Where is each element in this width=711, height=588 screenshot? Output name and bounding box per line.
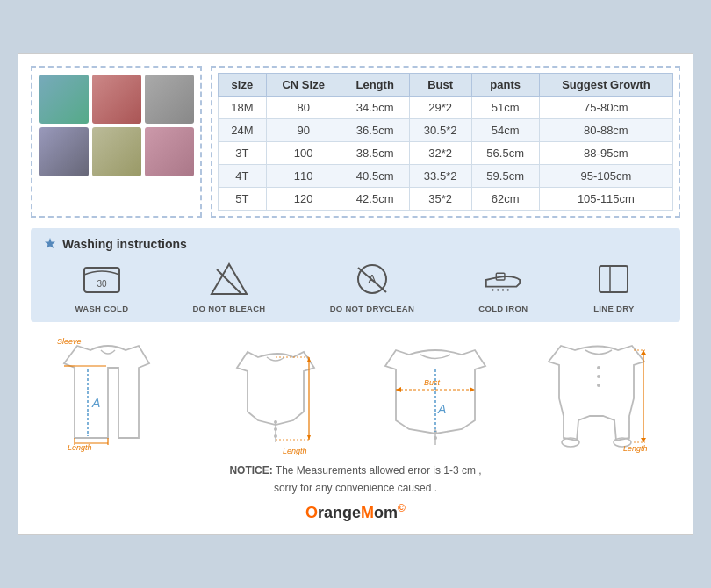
table-cell: 56.5cm bbox=[471, 142, 539, 165]
wash-cold-icon: 30 bbox=[80, 260, 124, 298]
notice-label: NOTICE: bbox=[229, 464, 272, 477]
cold-iron-icon bbox=[481, 260, 525, 298]
product-image-4 bbox=[40, 127, 89, 176]
svg-marker-3 bbox=[212, 264, 247, 294]
table-header-cell: Length bbox=[341, 74, 409, 97]
table-cell: 35*2 bbox=[409, 188, 471, 211]
svg-marker-33 bbox=[307, 435, 311, 440]
brand-orange: O bbox=[305, 504, 318, 521]
table-row: 18M8034.5cm29*251cm75-80cm bbox=[219, 97, 673, 119]
table-cell: 88-95cm bbox=[539, 142, 672, 165]
product-image-2 bbox=[92, 75, 141, 124]
svg-point-26 bbox=[274, 427, 277, 431]
notice-body2: sorry for any convenience caused . bbox=[274, 482, 437, 494]
diagrams-row: A Sleeve Length bbox=[31, 333, 680, 455]
product-images bbox=[31, 66, 202, 218]
svg-point-36 bbox=[434, 436, 437, 440]
table-header-cell: size bbox=[219, 74, 267, 97]
brand-mom: M bbox=[361, 504, 374, 521]
table-cell: 30.5*2 bbox=[409, 119, 471, 142]
washing-section: Washing instructions 30 WASH COLD bbox=[31, 228, 680, 322]
svg-text:Bust: Bust bbox=[424, 378, 441, 387]
top-section: sizeCN SizeLengthBustpantsSuggest Growth… bbox=[31, 66, 680, 218]
product-image-1 bbox=[40, 75, 89, 124]
washing-title: Washing instructions bbox=[43, 237, 668, 251]
svg-point-45 bbox=[597, 384, 600, 387]
wash-cold-label: WASH COLD bbox=[75, 304, 129, 313]
product-image-5 bbox=[92, 127, 141, 176]
svg-text:30: 30 bbox=[97, 279, 107, 289]
washing-title-text: Washing instructions bbox=[62, 237, 187, 251]
table-header-cell: Bust bbox=[409, 74, 471, 97]
washing-icons-row: 30 WASH COLD DO NOT BLEACH bbox=[43, 260, 668, 313]
diagram-footed-romper: Length bbox=[542, 337, 656, 455]
line-dry-icon bbox=[592, 260, 636, 298]
main-card: sizeCN SizeLengthBustpantsSuggest Growth… bbox=[18, 53, 693, 534]
diagram-wrapper-1: A Sleeve Length bbox=[55, 333, 183, 455]
svg-text:Sleeve: Sleeve bbox=[57, 337, 82, 346]
table-cell: 51cm bbox=[471, 97, 539, 119]
svg-point-10 bbox=[497, 290, 499, 291]
line-dry-label: LINE DRY bbox=[593, 304, 634, 313]
table-cell: 38.5cm bbox=[341, 142, 409, 165]
table-cell: 40.5cm bbox=[341, 165, 409, 188]
svg-rect-13 bbox=[600, 266, 628, 292]
svg-point-43 bbox=[597, 366, 600, 369]
no-dryclean-label: DO NOT DRYCLEAN bbox=[330, 304, 415, 313]
table-cell: 42.5cm bbox=[341, 188, 409, 211]
table-cell: 120 bbox=[266, 188, 341, 211]
svg-text:Length: Length bbox=[283, 447, 307, 455]
brand-mom-rest: om bbox=[374, 504, 398, 521]
table-row: 3T10038.5cm32*256.5cm88-95cm bbox=[219, 142, 673, 165]
footed-romper-svg: Length bbox=[542, 337, 656, 455]
measurement-section: A Sleeve Length bbox=[31, 333, 680, 521]
cold-iron-label: COLD IRON bbox=[478, 304, 528, 313]
no-bleach-label: DO NOT BLEACH bbox=[192, 304, 265, 313]
svg-marker-39 bbox=[470, 387, 475, 392]
diagram-onesie: Length bbox=[232, 341, 328, 455]
no-bleach-icon bbox=[207, 260, 251, 298]
svg-point-12 bbox=[507, 290, 509, 291]
svg-point-11 bbox=[502, 290, 504, 291]
brand: OrangeMom© bbox=[305, 502, 406, 522]
svg-marker-0 bbox=[45, 238, 55, 248]
table-cell: 32*2 bbox=[409, 142, 471, 165]
table-cell: 5T bbox=[219, 188, 267, 211]
product-image-3 bbox=[145, 75, 194, 124]
no-dryclean-icon: A bbox=[350, 260, 394, 298]
svg-text:Length: Length bbox=[68, 443, 92, 452]
notice-text: NOTICE: The Measurements allowed error i… bbox=[229, 463, 481, 496]
table-cell: 3T bbox=[219, 142, 267, 165]
svg-point-9 bbox=[492, 290, 494, 291]
size-table-wrapper: sizeCN SizeLengthBustpantsSuggest Growth… bbox=[211, 66, 680, 218]
product-image-6 bbox=[145, 127, 194, 176]
table-cell: 4T bbox=[219, 165, 267, 188]
table-cell: 110 bbox=[266, 165, 341, 188]
table-cell: 59.5cm bbox=[471, 165, 539, 188]
diagram-bodysuit: Bust A bbox=[378, 341, 492, 455]
table-row: 5T12042.5cm35*262cm105-115cm bbox=[219, 188, 673, 211]
table-row: 24M9036.5cm30.5*254cm80-88cm bbox=[219, 119, 673, 142]
table-cell: 105-115cm bbox=[539, 188, 672, 211]
svg-text:A: A bbox=[437, 402, 446, 416]
table-header-cell: CN Size bbox=[266, 74, 341, 97]
table-cell: 95-105cm bbox=[539, 165, 672, 188]
washing-item-cold-iron: COLD IRON bbox=[478, 260, 528, 313]
table-header-cell: Suggest Growth bbox=[539, 74, 672, 97]
bodysuit-svg: Bust A bbox=[378, 341, 492, 455]
table-cell: 18M bbox=[219, 97, 267, 119]
onesie-svg: Length bbox=[232, 341, 328, 455]
washing-item-wash-cold: 30 WASH COLD bbox=[75, 260, 129, 313]
table-cell: 36.5cm bbox=[341, 119, 409, 142]
washing-item-no-bleach: DO NOT BLEACH bbox=[192, 260, 265, 313]
table-cell: 34.5cm bbox=[341, 97, 409, 119]
table-cell: 62cm bbox=[471, 188, 539, 211]
table-header-cell: pants bbox=[471, 74, 539, 97]
romper-long-svg: A Sleeve Length bbox=[55, 333, 183, 455]
table-cell: 24M bbox=[219, 119, 267, 142]
svg-text:A: A bbox=[91, 396, 100, 410]
table-cell: 100 bbox=[266, 142, 341, 165]
diagram-romper-long: A Sleeve Length bbox=[55, 333, 183, 455]
svg-marker-53 bbox=[641, 438, 646, 442]
brand-orange-rest: range bbox=[318, 504, 361, 521]
